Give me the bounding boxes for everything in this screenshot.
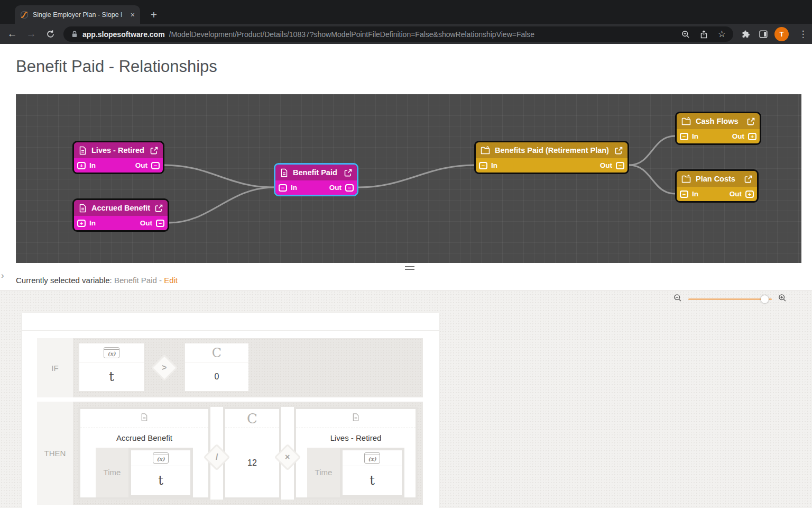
node-label: Plan Costs [696,175,735,183]
operand-accrued-benefit[interactable]: Accrued Benefit Time (x) t [78,407,210,500]
node-header: Cash Flows [677,113,760,129]
zoom-control [673,294,787,304]
constant-value[interactable]: 12 [247,458,257,468]
external-link-icon[interactable] [150,147,158,155]
folder-icon [681,175,691,183]
address-bar[interactable]: app.slopesoftware.com/ModelDevelopment/P… [63,26,733,42]
node-ports: −In Out− [275,180,357,195]
operand-name: Lives - Retired [296,433,416,442]
node-label: Benefit Paid [293,168,337,177]
new-tab-button[interactable]: + [146,7,162,23]
node-ports: −In Out+ [677,187,757,201]
collapse-in-icon[interactable]: − [479,162,487,169]
operator-strip: / [210,407,223,500]
collapse-out-icon[interactable]: − [345,184,354,192]
node-header: Benefit Paid [275,165,357,180]
relationship-graph-canvas[interactable]: Lives - Retired +In Out− Accrued Benefit… [16,94,801,263]
expand-in-icon[interactable]: + [77,162,86,169]
port-out[interactable]: Out− [329,184,354,192]
port-out[interactable]: Out+ [730,190,754,198]
time-argument-value[interactable]: t [158,473,163,488]
variable-icon: (x) [153,452,169,464]
port-out[interactable]: Out+ [732,132,756,140]
condition-left-block[interactable]: (x) t [79,343,144,391]
side-panel-icon[interactable] [759,30,768,38]
graph-node-benefits-paid-retirement-plan[interactable]: Benefits Paid (Retirement Plan) −In Out− [474,141,629,174]
port-out[interactable]: Out− [135,161,160,169]
close-tab-icon[interactable]: × [131,11,135,19]
graph-node-cash-flows[interactable]: Cash Flows −In Out+ [675,112,761,145]
condition-right-value[interactable]: 0 [215,372,219,382]
edit-link[interactable]: Edit [164,276,178,285]
external-link-icon[interactable] [744,175,752,183]
sidebar-chevron-icon[interactable]: › [1,270,4,281]
time-parameter-label: Time [96,448,128,497]
zoom-slider[interactable] [688,298,772,300]
forward-button[interactable]: → [24,26,38,41]
constant-icon: C [247,412,257,425]
if-label: IF [37,338,73,397]
collapse-in-icon[interactable]: − [279,184,287,192]
variable-icon: (x) [104,347,119,358]
port-in[interactable]: −In [279,184,297,192]
external-link-icon[interactable] [155,204,163,212]
formula-card: IF (x) t > C 0 [22,313,439,508]
time-argument-block[interactable]: (x) t [128,448,193,497]
port-in[interactable]: +In [77,219,96,227]
reload-button[interactable] [43,26,57,41]
profile-avatar[interactable]: T [774,27,789,41]
browser-menu-icon[interactable]: ⋮ [796,27,810,41]
constant-12-block[interactable]: C 12 [223,407,281,500]
collapse-out-icon[interactable]: − [151,162,160,169]
browser-tab[interactable]: Single Employer Plan - Slope Fi × [15,5,140,24]
collapse-in-icon[interactable]: − [680,190,688,198]
greater-than-icon[interactable]: > [151,355,178,382]
port-out[interactable]: Out− [140,219,164,227]
external-link-icon[interactable] [615,147,623,155]
graph-node-accrued-benefit[interactable]: Accrued Benefit +In Out− [72,198,169,232]
node-label: Lives - Retired [91,146,144,155]
graph-node-plan-costs[interactable]: Plan Costs −In Out+ [675,169,759,203]
back-button[interactable]: ← [5,26,19,41]
expand-out-icon[interactable]: + [748,133,756,140]
document-icon [141,413,148,424]
zoom-out-icon[interactable] [673,294,682,304]
condition-operator-block[interactable]: > [144,343,185,392]
expand-in-icon[interactable]: + [77,220,86,227]
url-domain: app.slopesoftware.com [82,30,165,39]
collapse-in-icon[interactable]: − [680,133,688,140]
then-row: THEN Accrued Benefit Time (x) [37,402,423,505]
node-label: Benefits Paid (Retirement Plan) [495,146,609,155]
operand-lives-retired[interactable]: Lives - Retired Time (x) t [294,407,418,500]
port-in[interactable]: −In [680,190,698,198]
tab-title: Single Employer Plan - Slope Fi [33,11,122,19]
port-in[interactable]: −In [680,132,698,140]
browser-tab-strip: Single Employer Plan - Slope Fi × + [0,0,812,24]
graph-node-lives-retired[interactable]: Lives - Retired +In Out− [72,141,164,174]
zoom-page-icon[interactable] [681,30,690,39]
port-out[interactable]: Out− [600,161,624,169]
zoom-slider-thumb[interactable] [761,295,769,303]
lock-icon[interactable] [71,30,78,38]
time-argument-value[interactable]: t [370,473,375,488]
share-icon[interactable] [700,30,708,39]
external-link-icon[interactable] [344,169,352,177]
selected-variable-label: Currently selected variable: [16,276,112,285]
panel-resize-handle[interactable] [405,266,414,270]
graph-node-benefit-paid[interactable]: Benefit Paid −In Out− [274,163,358,196]
port-in[interactable]: −In [479,161,497,169]
zoom-in-icon[interactable] [778,294,787,304]
bookmark-star-icon[interactable]: ☆ [718,29,726,40]
port-in[interactable]: +In [77,161,96,169]
extensions-puzzle-icon[interactable] [741,30,750,39]
condition-right-block[interactable]: C 0 [185,343,248,391]
collapse-out-icon[interactable]: − [156,220,164,227]
collapse-out-icon[interactable]: − [616,162,624,169]
external-link-icon[interactable] [747,117,755,125]
formula-panel-toolbar [0,291,812,305]
time-argument-block[interactable]: (x) t [340,448,404,497]
node-ports: +In Out− [74,158,163,173]
condition-left-value[interactable]: t [109,369,114,384]
node-header: Benefits Paid (Retirement Plan) [476,142,628,158]
expand-out-icon[interactable]: + [745,190,754,198]
